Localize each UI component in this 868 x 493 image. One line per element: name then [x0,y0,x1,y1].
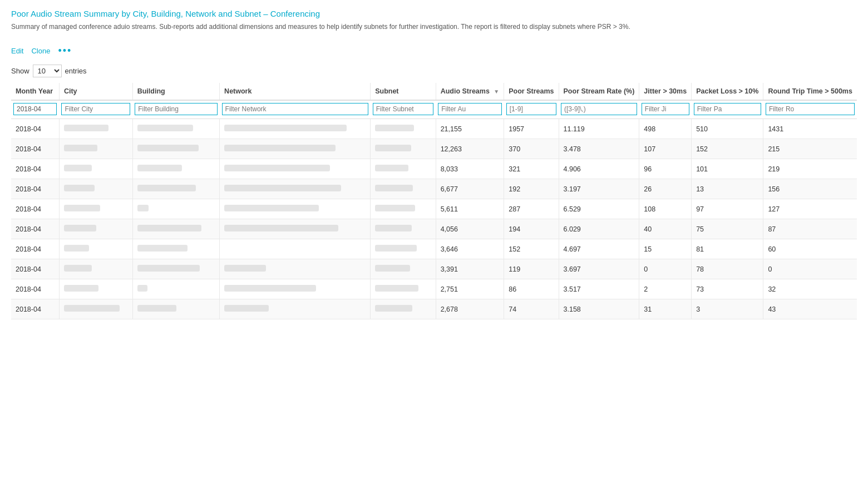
entries-select[interactable]: 102550100 [33,65,62,77]
cell-psr: 4.906 [559,159,639,179]
th-poor-streams: Poor Streams [504,83,559,100]
cell-month: 2018-04 [11,259,59,279]
cell-rtt: 32 [763,279,857,299]
cell-network [220,139,371,159]
filter-subnet-input[interactable] [373,103,433,115]
filter-building-input[interactable] [135,103,217,115]
cell-psr: 3.478 [559,139,639,159]
th-network-label: Network [224,87,251,95]
filter-cell-audio [436,100,504,119]
cell-psr: 6.029 [559,219,639,239]
th-subnet: Subnet [371,83,436,100]
filter-psr-input[interactable] [561,103,637,115]
th-packet-loss: Packet Loss > 10% [692,83,763,100]
cell-audio-streams: 3,391 [436,259,504,279]
more-button[interactable]: ••• [58,45,72,57]
cell-rtt: 0 [763,259,857,279]
cell-audio-streams: 5,611 [436,199,504,219]
cell-city [59,139,132,159]
filter-cell-network [220,100,371,119]
cell-audio-streams: 2,751 [436,279,504,299]
cell-jitter: 15 [639,239,692,259]
cell-jitter: 96 [639,159,692,179]
filter-city-input[interactable] [61,103,130,115]
cell-subnet [371,159,436,179]
cell-poor-streams: 192 [504,179,559,199]
cell-packet-loss: 3 [692,299,763,319]
cell-poor-streams: 287 [504,199,559,219]
table-row: 2018-044,0561946.029407587 [11,219,857,239]
cell-jitter: 0 [639,259,692,279]
cell-jitter: 498 [639,119,692,139]
th-jitter: Jitter > 30ms [639,83,692,100]
filter-cell-building [132,100,219,119]
cell-audio-streams: 3,646 [436,239,504,259]
filter-pktloss-input[interactable] [694,103,761,115]
cell-city [59,219,132,239]
filter-audio-input[interactable] [438,103,502,115]
th-audio-streams-label: Audio Streams [441,87,490,95]
th-rtt: Round Trip Time > 500ms [763,83,857,100]
cell-subnet [371,239,436,259]
cell-packet-loss: 97 [692,199,763,219]
cell-rtt: 87 [763,219,857,239]
filter-network-input[interactable] [222,103,368,115]
table-row: 2018-042,678743.15831343 [11,299,857,319]
show-label: Show [11,67,29,75]
cell-packet-loss: 152 [692,139,763,159]
filter-cell-poor [504,100,559,119]
th-city: City [59,83,132,100]
cell-rtt: 156 [763,179,857,199]
cell-packet-loss: 78 [692,259,763,279]
cell-building [132,279,219,299]
page-title: Poor Audio Stream Summary by City, Build… [11,9,857,18]
table-row: 2018-045,6112876.52910897127 [11,199,857,219]
clone-button[interactable]: Clone [31,47,50,55]
cell-audio-streams: 8,033 [436,159,504,179]
page-subtitle: Summary of managed conference aduio stre… [11,22,857,32]
cell-jitter: 31 [639,299,692,319]
cell-poor-streams: 152 [504,239,559,259]
table-row: 2018-0421,155195711.1194985101431 [11,119,857,139]
cell-subnet [371,299,436,319]
cell-packet-loss: 510 [692,119,763,139]
cell-month: 2018-04 [11,219,59,239]
cell-network [220,259,371,279]
filter-jitter-input[interactable] [642,103,689,115]
cell-building [132,179,219,199]
cell-jitter: 2 [639,279,692,299]
sort-icon: ▼ [494,88,499,95]
toolbar: Edit Clone ••• [11,45,857,57]
th-month-year-label: Month Year [16,87,53,95]
cell-building [132,299,219,319]
table-row: 2018-0412,2633703.478107152215 [11,139,857,159]
cell-network [220,219,371,239]
cell-building [132,199,219,219]
cell-jitter: 107 [639,139,692,159]
cell-city [59,299,132,319]
cell-building [132,119,219,139]
filter-month-input[interactable] [13,103,57,115]
th-subnet-label: Subnet [375,87,398,95]
th-psr-label: Poor Stream Rate (%) [564,87,635,95]
cell-city [59,239,132,259]
edit-button[interactable]: Edit [11,47,23,55]
th-packet-loss-label: Packet Loss > 10% [696,87,758,95]
cell-poor-streams: 370 [504,139,559,159]
th-building: Building [132,83,219,100]
filter-cell-rtt [763,100,857,119]
cell-building [132,159,219,179]
table-body: 2018-0421,155195711.11949851014312018-04… [11,119,857,319]
th-city-label: City [64,87,77,95]
th-audio-streams[interactable]: Audio Streams ▼ [436,83,504,100]
filter-poor-input[interactable] [506,103,556,115]
cell-poor-streams: 321 [504,159,559,179]
cell-city [59,279,132,299]
th-month-year: Month Year [11,83,59,100]
cell-poor-streams: 74 [504,299,559,319]
filter-cell-subnet [371,100,436,119]
cell-audio-streams: 6,677 [436,179,504,199]
filter-cell-month [11,100,59,119]
cell-city [59,199,132,219]
filter-rtt-input[interactable] [766,103,855,115]
